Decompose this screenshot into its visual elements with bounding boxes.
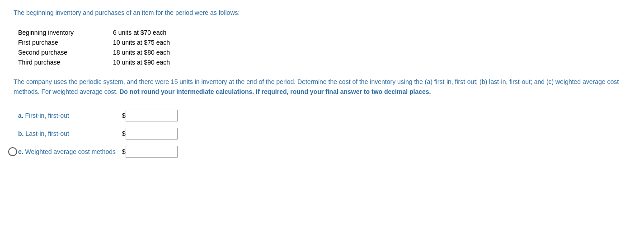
answer-letter: c. bbox=[18, 148, 24, 155]
inventory-value: 10 units at $75 each bbox=[113, 39, 170, 46]
answer-label: c. Weighted average cost methods bbox=[18, 148, 122, 155]
inventory-value: 10 units at $90 each bbox=[113, 59, 170, 66]
circle-marker-icon bbox=[8, 147, 17, 156]
inventory-row: Second purchase18 units at $80 each bbox=[18, 49, 630, 56]
inventory-row: Third purchase10 units at $90 each bbox=[18, 59, 630, 66]
inventory-label: Beginning inventory bbox=[18, 29, 104, 36]
inventory-label: First purchase bbox=[18, 39, 104, 46]
dollar-sign: $ bbox=[122, 148, 126, 155]
inventory-label: Second purchase bbox=[18, 49, 104, 56]
inventory-row: Beginning inventory6 units at $70 each bbox=[18, 29, 630, 36]
dollar-input-wrapper: $ bbox=[122, 128, 178, 140]
dollar-input-wrapper: $ bbox=[122, 146, 178, 158]
dollar-input-wrapper: $ bbox=[122, 110, 178, 121]
answer-row: c. Weighted average cost methods$ bbox=[18, 146, 630, 158]
inventory-table: Beginning inventory6 units at $70 eachFi… bbox=[18, 29, 630, 66]
answer-label: a. First-in, first-out bbox=[18, 112, 122, 119]
answer-letter: a. bbox=[18, 112, 24, 119]
answers-section: a. First-in, first-out$b. Last-in, first… bbox=[18, 110, 630, 158]
lifo-input[interactable] bbox=[126, 128, 178, 140]
weighted-avg-input[interactable] bbox=[126, 146, 178, 158]
description-text: The company uses the periodic system, an… bbox=[14, 77, 630, 97]
intro-text: The beginning inventory and purchases of… bbox=[14, 9, 630, 16]
answer-letter: b. bbox=[18, 130, 24, 137]
inventory-label: Third purchase bbox=[18, 59, 104, 66]
answer-row: b. Last-in, first-out$ bbox=[18, 128, 630, 140]
answer-row: a. First-in, first-out$ bbox=[18, 110, 630, 121]
dollar-sign: $ bbox=[122, 130, 126, 137]
inventory-value: 18 units at $80 each bbox=[113, 49, 170, 56]
inventory-value: 6 units at $70 each bbox=[113, 29, 166, 36]
description-bold: Do not round your intermediate calculati… bbox=[119, 88, 431, 95]
inventory-row: First purchase10 units at $75 each bbox=[18, 39, 630, 46]
dollar-sign: $ bbox=[122, 112, 126, 119]
answer-label: b. Last-in, first-out bbox=[18, 130, 122, 137]
fifo-input[interactable] bbox=[126, 110, 178, 121]
